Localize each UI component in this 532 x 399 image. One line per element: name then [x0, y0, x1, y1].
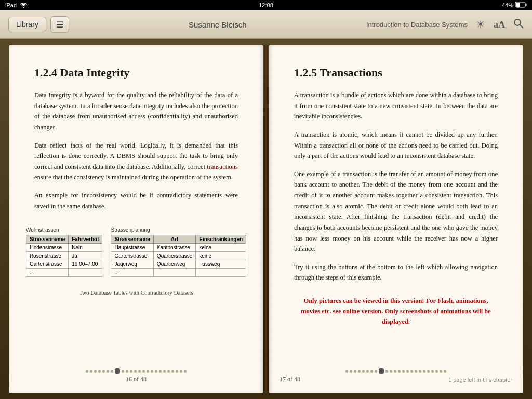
nav-dot[interactable]	[122, 370, 124, 373]
nav-dot[interactable]	[370, 370, 373, 373]
search-button[interactable]	[513, 18, 524, 31]
library-button[interactable]: Library	[8, 17, 46, 32]
nav-dot[interactable]	[184, 370, 187, 373]
status-left: iPad	[5, 2, 28, 9]
nav-dot[interactable]	[130, 370, 132, 373]
nav-dot[interactable]	[107, 370, 109, 373]
nav-dot[interactable]	[354, 370, 356, 373]
and-text: and	[193, 113, 202, 120]
menu-button[interactable]: ☰	[50, 16, 69, 33]
right-dots-row	[269, 368, 523, 374]
nav-dot[interactable]	[94, 370, 97, 373]
nav-dot[interactable]	[444, 370, 446, 373]
nav-dot[interactable]	[98, 370, 101, 373]
left-section-title: 1.2.4 Data Integrity	[34, 66, 238, 79]
nav-dot[interactable]	[415, 370, 417, 373]
brightness-icon: ☀	[476, 18, 485, 31]
book-title: Introduction to Database Systems	[366, 21, 468, 29]
battery-icon	[515, 2, 527, 9]
right-section-title: 1.2.5 Transactions	[294, 66, 498, 79]
nav-dot[interactable]	[366, 370, 369, 373]
nav-dot[interactable]	[111, 370, 113, 373]
right-paragraph-2: A transaction is atomic, which means it …	[294, 129, 498, 162]
nav-dot[interactable]	[435, 370, 438, 373]
table2-title: Strassenplanung	[111, 227, 246, 233]
svg-point-0	[23, 6, 24, 7]
table-row: ...	[26, 269, 102, 277]
nav-dot[interactable]	[431, 370, 434, 373]
right-paragraph-1: A transaction is a bundle of actions whi…	[294, 90, 498, 122]
nav-dot[interactable]	[379, 368, 384, 374]
nav-dot[interactable]	[385, 370, 388, 373]
table1: Strassenname Fahrverbot LindenstrasseNei…	[26, 235, 103, 277]
nav-dot[interactable]	[180, 370, 182, 373]
nav-dot[interactable]	[362, 370, 365, 373]
nav-dot[interactable]	[427, 370, 430, 373]
nav-dot[interactable]	[402, 370, 405, 373]
toolbar: Library ☰ Susanne Bleisch Introduction t…	[0, 10, 532, 39]
transactions-link[interactable]: transactions	[207, 163, 238, 170]
nav-dot[interactable]	[423, 370, 425, 373]
nav-dot[interactable]	[90, 370, 92, 373]
nav-dot[interactable]	[142, 370, 145, 373]
font-size-icon: aA	[494, 19, 505, 30]
left-dots-row	[9, 368, 263, 374]
nav-dot[interactable]	[167, 370, 170, 373]
table1-wrapper: Wohnstrassen Strassenname Fahrverbot Lin…	[26, 227, 103, 277]
table-row: Gartenstrasse19.00–7.00	[26, 260, 102, 269]
search-icon	[513, 18, 524, 31]
status-bar: iPad 12:08 44%	[0, 0, 532, 10]
warning-text: Only pictures can be viewed in this vers…	[294, 296, 498, 327]
nav-dot[interactable]	[126, 370, 128, 373]
nav-dot[interactable]	[176, 370, 178, 373]
nav-dot[interactable]	[375, 370, 377, 373]
svg-rect-3	[516, 3, 520, 7]
nav-dot[interactable]	[171, 370, 174, 373]
chapter-note: 1 page left in this chapter	[448, 377, 512, 383]
table-row: ...	[111, 269, 246, 277]
nav-dot[interactable]	[138, 370, 141, 373]
nav-dot[interactable]	[345, 370, 348, 373]
table1-title: Wohnstrassen	[26, 227, 103, 233]
status-right: 44%	[502, 2, 527, 9]
nav-dot[interactable]	[102, 370, 105, 373]
left-paragraph-3: An example for inconsistency would be if…	[34, 190, 238, 211]
author-name: Susanne Bleisch	[189, 20, 247, 29]
nav-dot[interactable]	[390, 370, 392, 373]
nav-dot[interactable]	[163, 370, 166, 373]
font-size-button[interactable]: aA	[494, 19, 505, 30]
wifi-icon	[20, 2, 28, 9]
nav-dot[interactable]	[86, 370, 88, 373]
table-row: GartenstrasseQuartierstrassekeine	[111, 252, 246, 260]
nav-dot[interactable]	[155, 370, 157, 373]
nav-dot[interactable]	[410, 370, 413, 373]
nav-dot[interactable]	[151, 370, 153, 373]
nav-dot[interactable]	[159, 370, 162, 373]
right-page-num: 17 of 48	[280, 376, 300, 383]
nav-dot[interactable]	[134, 370, 137, 373]
table2-wrapper: Strassenplanung Strassenname Art Einschr…	[111, 227, 246, 277]
table-row: JägerwegQuartierwegFussweg	[111, 260, 246, 269]
nav-dot[interactable]	[115, 368, 120, 374]
nav-dot[interactable]	[419, 370, 421, 373]
device-label: iPad	[5, 2, 17, 8]
nav-dot[interactable]	[440, 370, 442, 373]
unauthorised-2: unauthorised	[204, 113, 238, 120]
nav-dot[interactable]	[394, 370, 396, 373]
right-paragraph-4: Try it using the buttons at the bottom t…	[294, 262, 498, 283]
nav-dot[interactable]	[147, 370, 149, 373]
svg-line-5	[520, 25, 523, 28]
nav-dot[interactable]	[398, 370, 401, 373]
nav-dot[interactable]	[406, 370, 409, 373]
brightness-button[interactable]: ☀	[476, 18, 485, 31]
table1-header-2: Fahrverbot	[69, 235, 102, 244]
table2-header-3: Einschränkungen	[196, 235, 246, 244]
nav-dot[interactable]	[350, 370, 352, 373]
right-page: 1.2.5 Transactions A transaction is a bu…	[269, 45, 523, 393]
status-time: 12:08	[259, 2, 273, 8]
right-paragraph-3: One example of a transaction is the tran…	[294, 169, 498, 255]
book-spine	[264, 45, 268, 393]
nav-dot[interactable]	[358, 370, 361, 373]
table1-header-1: Strassenname	[26, 235, 68, 244]
book-area: 1.2.4 Data Integrity Data integrity is a…	[0, 39, 532, 399]
